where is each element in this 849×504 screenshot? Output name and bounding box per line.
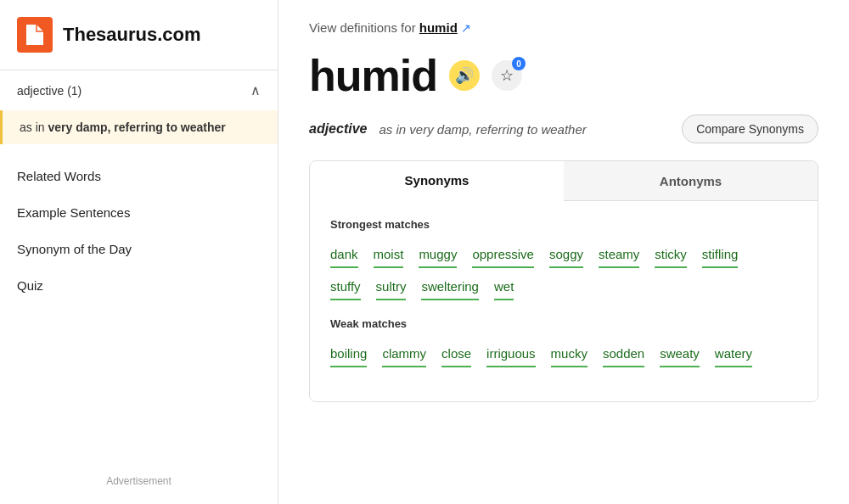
synonym-dank[interactable]: dank [330,243,358,268]
sidebar-selected-definition[interactable]: as in very damp, referring to weather [0,110,278,144]
synonym-sticky[interactable]: sticky [655,243,687,268]
sidebar: Thesaurus.com adjective (1) ∧ as in very… [0,0,278,504]
logo-icon [17,17,53,53]
tabs-header: Synonyms Antonyms [310,161,818,201]
tab-synonyms[interactable]: Synonyms [310,161,564,201]
favorite-button[interactable]: ☆ 0 [492,60,522,91]
synonym-boiling[interactable]: boiling [330,342,367,367]
selected-item-bold: very damp, referring to weather [48,120,225,134]
accordion-chevron-icon: ∧ [250,82,261,98]
synonym-watery[interactable]: watery [715,342,752,367]
synonym-clammy[interactable]: clammy [382,342,426,367]
sidebar-accordion[interactable]: adjective (1) ∧ [0,70,278,110]
tabs-container: Synonyms Antonyms Strongest matches dank… [309,160,818,402]
accordion-label: adjective (1) [17,84,82,98]
strongest-matches-title: Strongest matches [330,218,797,231]
word-meaning-value: very damp, referring to weather [409,122,586,137]
synonym-stifling[interactable]: stifling [702,243,739,268]
view-definitions-line: View definitions for humid ↗ [309,20,818,35]
compare-synonyms-button[interactable]: Compare Synonyms [682,115,818,143]
word-meaning-prefix: as in [379,122,409,137]
sidebar-item-example-sentences[interactable]: Example Sentences [0,194,278,231]
synonym-stuffy[interactable]: stuffy [330,275,361,300]
word-meaning-text: as in very damp, referring to weather [379,122,586,137]
synonym-sweaty[interactable]: sweaty [660,342,700,367]
main-content: View definitions for humid ↗ humid 🔊 ☆ 0… [278,0,849,504]
site-logo-text: Thesaurus.com [63,24,201,46]
weak-matches-title: Weak matches [330,317,797,330]
sound-button[interactable]: 🔊 [449,60,480,91]
notification-badge: 0 [512,57,526,70]
synonym-soggy[interactable]: soggy [549,243,583,268]
word-part-of-speech: adjective [309,121,367,137]
synonym-close[interactable]: close [441,342,471,367]
sidebar-nav: Related Words Example Sentences Synonym … [0,158,278,304]
synonym-irriguous[interactable]: irriguous [486,342,536,367]
star-icon: ☆ [500,66,514,85]
synonym-moist[interactable]: moist [374,243,404,268]
selected-item-prefix: as in [20,120,48,134]
weak-matches-list: boiling clammy close irriguous mucky sod… [330,342,797,367]
external-link-icon: ↗ [461,21,471,35]
sidebar-header: Thesaurus.com [0,0,278,70]
synonym-oppressive[interactable]: oppressive [472,243,534,268]
word-title: humid [309,50,437,101]
synonym-muggy[interactable]: muggy [419,243,457,268]
strongest-matches-list: dank moist muggy oppressive soggy steamy… [330,243,797,300]
synonym-sultry[interactable]: sultry [376,275,407,300]
synonym-wet[interactable]: wet [494,275,514,300]
word-header: humid 🔊 ☆ 0 [309,50,818,101]
view-definitions-prefix: View definitions for [309,20,419,35]
synonym-sweltering[interactable]: sweltering [421,275,479,300]
tab-content-synonyms: Strongest matches dank moist muggy oppre… [310,201,818,401]
sidebar-item-synonym-of-the-day[interactable]: Synonym of the Day [0,231,278,267]
synonym-steamy[interactable]: steamy [599,243,639,268]
view-definitions-link[interactable]: humid [419,20,458,35]
tab-antonyms[interactable]: Antonyms [564,161,818,201]
synonym-mucky[interactable]: mucky [551,342,588,367]
synonym-sodden[interactable]: sodden [603,342,644,367]
sidebar-item-quiz[interactable]: Quiz [0,267,278,304]
word-meta: adjective as in very damp, referring to … [309,115,818,143]
sound-icon: 🔊 [455,66,474,85]
ad-label: Advertisement [106,475,171,487]
sidebar-item-related-words[interactable]: Related Words [0,158,278,194]
sidebar-advertisement: Advertisement [0,458,278,504]
